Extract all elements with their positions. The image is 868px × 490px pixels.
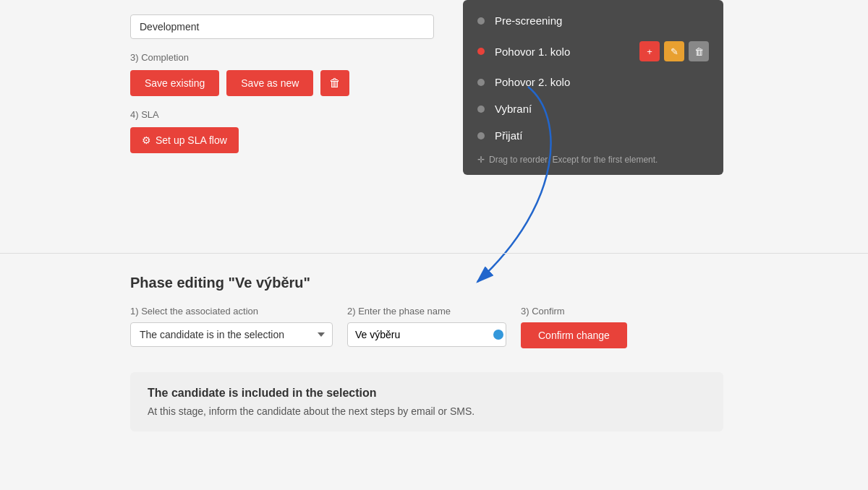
phase-editing-section: Phase editing "Ve výběru" 1) Select the …	[130, 260, 723, 377]
sla-icon: ⚙	[142, 134, 151, 146]
editing-col-step2: 2) Enter the phase name	[347, 306, 506, 347]
phase-item-vybrani[interactable]: Vybraní	[463, 95, 723, 122]
phase-item-pohovor2[interactable]: Pohovor 2. kolo	[463, 69, 723, 95]
page-wrapper: 3) Completion Save existing Save as new …	[0, 0, 868, 490]
phase-dot	[477, 132, 485, 139]
color-indicator	[493, 330, 503, 340]
action-select[interactable]: The candidate is in the selection The ca…	[130, 322, 333, 347]
phase-dot	[477, 17, 485, 25]
phase-item-pohovor1[interactable]: Pohovor 1. kolo + ✎ 🗑	[463, 34, 723, 69]
save-as-new-button[interactable]: Save as new	[226, 70, 313, 96]
phase-dot	[477, 79, 485, 86]
step1-label: 1) Select the associated action	[130, 306, 333, 317]
phase-name: Přijatí	[495, 129, 709, 142]
completion-actions: Save existing Save as new 🗑	[130, 70, 434, 96]
divider	[0, 253, 868, 254]
phase-item-prijati[interactable]: Přijatí	[463, 122, 723, 149]
sla-button[interactable]: ⚙ Set up SLA flow	[130, 127, 239, 153]
sla-label: 4) SLA	[130, 109, 434, 120]
confirm-change-button[interactable]: Confirm change	[521, 322, 627, 348]
drag-icon: ✛	[477, 155, 485, 165]
phase-list-panel: Pre-screening Pohovor 1. kolo + ✎ 🗑 Poho…	[463, 0, 723, 175]
name-input[interactable]	[130, 14, 434, 39]
phase-edit-button[interactable]: ✎	[664, 41, 684, 61]
editing-col-step1: 1) Select the associated action The cand…	[130, 306, 333, 347]
phase-name: Vybraní	[495, 103, 709, 115]
phase-editing-title: Phase editing "Ve výběru"	[130, 275, 723, 291]
save-existing-button[interactable]: Save existing	[130, 70, 219, 96]
left-panel: 3) Completion Save existing Save as new …	[130, 0, 434, 168]
editing-row: 1) Select the associated action The cand…	[130, 306, 723, 348]
step3-label: 3) Confirm	[521, 306, 627, 317]
phase-actions: + ✎ 🗑	[639, 41, 709, 61]
phase-delete-button[interactable]: 🗑	[689, 41, 709, 61]
completion-label: 3) Completion	[130, 52, 434, 63]
phase-dot	[477, 106, 485, 113]
phase-add-button[interactable]: +	[639, 41, 660, 61]
info-box-title: The candidate is included in the selecti…	[148, 387, 706, 400]
info-box-description: At this stage, inform the candidate abou…	[148, 405, 706, 417]
phase-name: Pre-screening	[495, 14, 709, 27]
delete-button[interactable]: 🗑	[320, 70, 349, 96]
phase-name-input[interactable]	[348, 323, 489, 346]
phase-item-pre-screening[interactable]: Pre-screening	[463, 7, 723, 34]
phase-name-wrapper	[347, 322, 506, 347]
drag-hint: ✛ Drag to reorder. Except for the first …	[463, 149, 723, 168]
editing-col-step3: 3) Confirm Confirm change	[521, 306, 627, 348]
step2-label: 2) Enter the phase name	[347, 306, 506, 317]
info-box: The candidate is included in the selecti…	[130, 372, 723, 431]
phase-name: Pohovor 1. kolo	[495, 46, 639, 58]
phase-dot-active	[477, 48, 485, 55]
phase-name: Pohovor 2. kolo	[495, 76, 709, 88]
